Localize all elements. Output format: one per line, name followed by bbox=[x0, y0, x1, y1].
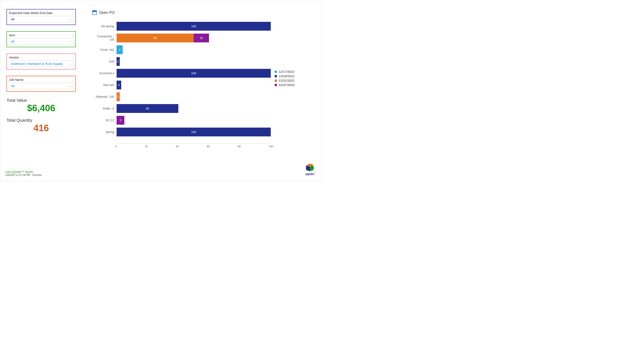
qqube-logo: qqube™ bbox=[306, 164, 314, 176]
slicer-expected-date-week-end-date[interactable]: Expected Date Week End Date⌄All⌄ bbox=[6, 9, 76, 25]
category-label: Roller -4 bbox=[92, 107, 116, 110]
open-po-chart[interactable]: AN spring100Connectors - UR5010Cover -AQ… bbox=[92, 20, 271, 148]
axis-tick: 0 bbox=[115, 145, 117, 148]
chart-title-row: Open PO bbox=[92, 10, 115, 15]
legend-swatch bbox=[274, 75, 277, 77]
slicer-select[interactable]: All⌄ bbox=[9, 16, 73, 22]
sidebar: Expected Date Week End Date⌄All⌄Item⌄All… bbox=[6, 9, 76, 133]
slicer-label: Vendor bbox=[9, 56, 19, 59]
bar-track: 5 bbox=[116, 116, 271, 125]
slicer-header[interactable]: Expected Date Week End Date⌄ bbox=[9, 11, 73, 15]
chevron-down-icon[interactable]: ⌄ bbox=[69, 18, 72, 21]
total-quantity: 416 bbox=[6, 123, 76, 133]
total-value: $6,406 bbox=[6, 103, 76, 113]
bar-segment[interactable]: 10 bbox=[194, 33, 209, 42]
bar-track: 2 bbox=[116, 92, 271, 101]
total-value-label: Total Value bbox=[6, 98, 76, 103]
chart-row[interactable]: Hex tool3 bbox=[92, 79, 271, 91]
bar-segment[interactable]: 100 bbox=[116, 128, 271, 136]
sync-status: Last QQube™ Synch 1/9/2023 11:07:36 PM -… bbox=[5, 170, 42, 176]
chart-row[interactable]: Pedestal - DR2 bbox=[92, 91, 271, 103]
legend-item[interactable]: 12/17/2022 bbox=[274, 70, 294, 73]
chart-title: Open PO bbox=[99, 10, 115, 15]
axis-tick: 20 bbox=[145, 145, 148, 148]
axis-tick: 40 bbox=[176, 145, 179, 148]
slicer-vendor[interactable]: Vendor⌄Anderson's Hardware & Tools Suppl… bbox=[6, 53, 76, 69]
cube-icon bbox=[306, 164, 314, 172]
legend-item[interactable]: 01/07/2023 bbox=[274, 83, 294, 87]
chart-row[interactable]: SC-125 bbox=[92, 114, 271, 126]
axis-tick: 100 bbox=[269, 145, 273, 148]
slicer-value: Anderson's Hardware & Tools Supply bbox=[11, 62, 63, 65]
chart-legend[interactable]: 12/17/202212/24/202212/31/202201/07/2023 bbox=[274, 69, 294, 87]
bar-segment[interactable]: 2 bbox=[116, 57, 120, 66]
slicer-label: Item bbox=[9, 33, 15, 37]
calendar-icon bbox=[92, 10, 97, 15]
category-label: Spring bbox=[92, 130, 116, 134]
category-label: Hex tool bbox=[92, 83, 116, 87]
bar-track: 100 bbox=[116, 128, 271, 136]
chevron-down-icon[interactable]: ⌄ bbox=[69, 62, 72, 65]
bar-segment[interactable]: 3 bbox=[116, 81, 121, 89]
bar-track: 5010 bbox=[116, 33, 271, 42]
legend-label: 12/24/2022 bbox=[279, 74, 294, 78]
bar-segment[interactable]: 50 bbox=[116, 33, 194, 42]
sync-detail: 1/9/2023 11:07:36 PM - Success bbox=[5, 174, 42, 176]
bar-segment[interactable]: 40 bbox=[116, 104, 178, 113]
bar-segment[interactable]: 4 bbox=[116, 45, 123, 54]
slicer-job-name[interactable]: Job Name⌄All⌄ bbox=[6, 76, 76, 92]
chevron-down-icon[interactable]: ⌄ bbox=[69, 85, 72, 87]
slicer-value: All bbox=[11, 84, 14, 88]
dashboard-frame: Expected Date Week End Date⌄All⌄Item⌄All… bbox=[0, 0, 322, 181]
category-label: Connectors - UR bbox=[92, 35, 116, 41]
bar-segment[interactable]: 2 bbox=[116, 92, 120, 101]
chart-x-axis: 020406080100 bbox=[116, 143, 271, 150]
bar-track: 4 bbox=[116, 45, 271, 54]
chevron-down-icon[interactable]: ⌄ bbox=[71, 78, 73, 81]
chevron-down-icon[interactable]: ⌄ bbox=[71, 56, 73, 59]
chart-row[interactable]: AN spring100 bbox=[92, 20, 271, 32]
chevron-down-icon[interactable]: ⌄ bbox=[69, 40, 72, 43]
chart-row[interactable]: Grommet 4100 bbox=[92, 67, 271, 79]
category-label: Drill bbox=[92, 60, 116, 63]
legend-label: 01/07/2023 bbox=[279, 83, 294, 87]
bar-track: 100 bbox=[116, 69, 271, 78]
bar-segment[interactable]: 100 bbox=[116, 69, 271, 78]
axis-tick: 80 bbox=[238, 145, 241, 148]
chart-row[interactable]: Roller -440 bbox=[92, 103, 271, 114]
bar-segment[interactable]: 100 bbox=[116, 22, 271, 31]
legend-item[interactable]: 12/24/2022 bbox=[274, 74, 294, 78]
legend-label: 12/17/2022 bbox=[279, 70, 294, 73]
chart-row[interactable]: Spring100 bbox=[92, 126, 271, 138]
slicer-header[interactable]: Job Name⌄ bbox=[9, 78, 73, 81]
sync-title: Last QQube™ Synch bbox=[5, 170, 42, 174]
axis-tick: 60 bbox=[207, 145, 210, 148]
chart-row[interactable]: Connectors - UR5010 bbox=[92, 32, 271, 44]
category-label: Grommet 4 bbox=[92, 71, 116, 75]
chevron-down-icon[interactable]: ⌄ bbox=[71, 34, 73, 37]
category-label: Pedestal - DR bbox=[92, 95, 116, 98]
bar-track: 100 bbox=[116, 22, 271, 31]
category-label: SC-12 bbox=[92, 119, 116, 122]
slicer-select[interactable]: All⌄ bbox=[9, 83, 73, 89]
slicer-label: Job Name bbox=[9, 78, 23, 81]
bar-track: 2 bbox=[116, 57, 271, 66]
chart-row[interactable]: Drill2 bbox=[92, 56, 271, 67]
slicer-select[interactable]: All⌄ bbox=[9, 38, 73, 45]
legend-item[interactable]: 12/31/2022 bbox=[274, 79, 294, 82]
chart-row[interactable]: Cover -AQ4 bbox=[92, 44, 271, 56]
slicer-header[interactable]: Vendor⌄ bbox=[9, 56, 73, 59]
bar-segment[interactable]: 5 bbox=[116, 116, 124, 125]
slicer-label: Expected Date Week End Date bbox=[9, 11, 52, 15]
legend-swatch bbox=[274, 84, 277, 86]
slicer-select[interactable]: Anderson's Hardware & Tools Supply⌄ bbox=[9, 60, 73, 67]
total-quantity-label: Total Quantity bbox=[6, 118, 76, 123]
legend-swatch bbox=[274, 70, 277, 73]
slicer-item[interactable]: Item⌄All⌄ bbox=[6, 31, 76, 47]
chevron-down-icon[interactable]: ⌄ bbox=[71, 11, 73, 14]
slicer-header[interactable]: Item⌄ bbox=[9, 33, 73, 37]
logo-text: qqube™ bbox=[306, 172, 314, 176]
legend-label: 12/31/2022 bbox=[279, 79, 294, 82]
slicer-value: All bbox=[11, 17, 14, 21]
category-label: AN spring bbox=[92, 24, 116, 28]
